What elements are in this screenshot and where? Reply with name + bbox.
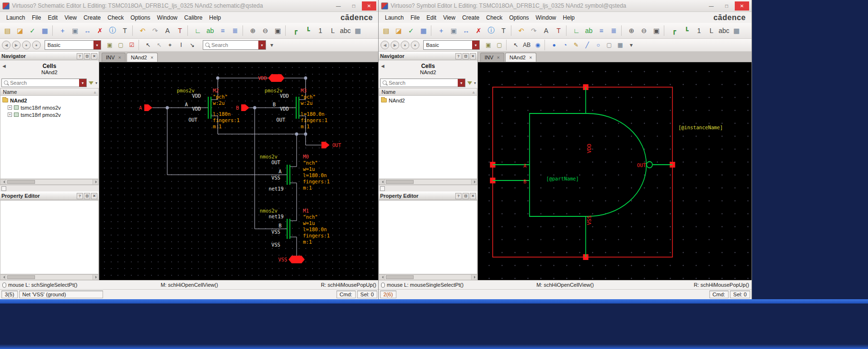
check-save-icon[interactable]: ✓ — [26, 25, 38, 37]
open-icon[interactable]: ◪ — [393, 25, 405, 37]
toolbar-separator[interactable] — [431, 25, 434, 36]
minimize-button[interactable]: — — [331, 1, 346, 11]
scroll-thumb[interactable] — [7, 275, 35, 279]
panel-help-icon[interactable]: ? — [77, 193, 83, 199]
ascend-icon[interactable]: L — [706, 25, 718, 37]
panel-close-icon[interactable]: ✕ — [470, 53, 476, 59]
navigator-search-input[interactable] — [389, 80, 457, 86]
navigator-hscrollbar[interactable] — [0, 179, 99, 185]
menu-item[interactable]: Check — [483, 13, 506, 23]
close-button[interactable]: ✕ — [735, 1, 749, 11]
tab[interactable]: INV ✕ — [480, 53, 504, 62]
m3-source[interactable]: VDD — [280, 93, 289, 99]
menu-item[interactable]: View — [440, 13, 459, 23]
m0-drain[interactable]: OUT — [271, 159, 280, 166]
layer-icon[interactable]: ▣ — [104, 40, 115, 50]
font-icon[interactable]: A — [540, 25, 552, 37]
sort-icon[interactable]: ▵ — [94, 90, 96, 94]
scroll-left-button[interactable] — [0, 180, 6, 184]
close-button[interactable]: ✕ — [362, 1, 376, 11]
info-icon[interactable]: ⓘ — [106, 25, 118, 37]
m0-width[interactable]: w=1u — [303, 166, 315, 172]
tab[interactable]: INV ✕ — [102, 53, 126, 62]
m2-model[interactable]: "pch" — [213, 94, 228, 100]
part-name-label[interactable]: [@partName] — [546, 176, 579, 182]
toolbar-separator[interactable] — [139, 40, 141, 50]
m2-source[interactable]: VDD — [192, 93, 201, 99]
minimize-button[interactable]: — — [704, 1, 718, 11]
stretch-cursor-icon[interactable]: ↘ — [187, 40, 197, 50]
tab[interactable]: NAnd2 ✕ — [127, 53, 158, 62]
zoom-in-icon[interactable]: ⊕ — [625, 25, 637, 37]
browser-icon[interactable]: ▦ — [352, 25, 364, 37]
vdd-net-label[interactable]: VDD — [258, 75, 267, 81]
search-input[interactable] — [211, 42, 257, 48]
align-icon[interactable]: ≡ — [595, 25, 607, 37]
property-editor-body[interactable] — [379, 200, 477, 274]
vss-net-label[interactable]: VSS — [278, 257, 287, 263]
m0-name[interactable]: M0 — [303, 154, 309, 160]
tree-item-nand2[interactable]: NAnd2 — [0, 97, 98, 104]
delete-icon[interactable]: ✗ — [473, 25, 485, 37]
zoom-out-icon[interactable]: ⊖ — [259, 25, 271, 37]
m2-length[interactable]: l:180n — [213, 111, 231, 117]
wire-name-icon[interactable]: ab — [583, 25, 595, 37]
undo-icon[interactable]: ↶ — [515, 25, 527, 37]
nand-gate-shape[interactable] — [493, 87, 672, 257]
copy-icon[interactable]: ▣ — [69, 25, 81, 37]
check-save-icon[interactable]: ✓ — [405, 25, 417, 37]
pin-a-label[interactable]: A — [523, 163, 527, 169]
panel-float-icon[interactable]: ⊡ — [463, 193, 469, 199]
tree-name-header[interactable]: Name ▵ — [379, 88, 477, 96]
next-view-icon[interactable]: ▶ — [12, 41, 21, 49]
m3-fingers[interactable]: fingers:1 — [301, 117, 327, 124]
m2-gate[interactable]: A — [185, 101, 188, 108]
symbol-labels[interactable]: A B OUT VDD VSS [@instanceName] [@partNa… — [523, 124, 723, 225]
filled-ellipse-icon[interactable]: ● — [549, 40, 559, 50]
zoom-out-icon[interactable]: ⊖ — [638, 25, 650, 37]
scroll-thumb[interactable] — [386, 275, 414, 279]
sheet-icon[interactable]: ▢ — [604, 40, 614, 50]
toolbar-separator[interactable] — [187, 25, 190, 36]
scroll-right-button[interactable] — [471, 180, 477, 184]
m0-gate[interactable]: A — [278, 169, 282, 175]
toolbar-separator[interactable] — [511, 25, 514, 36]
menu-item[interactable]: Window — [532, 13, 560, 23]
collapse-arrow-icon[interactable]: ◀ — [2, 64, 6, 68]
collapse-arrow-icon[interactable]: ◀ — [381, 64, 384, 68]
wire-icon[interactable]: ∟ — [570, 25, 582, 37]
tree-item-pmos[interactable]: + tsmc18rf pmos2v — [0, 111, 98, 118]
sort-icon[interactable]: ▵ — [473, 90, 475, 94]
m0-mult[interactable]: m:1 — [303, 185, 312, 191]
m3-width[interactable]: w:2u — [301, 100, 312, 106]
scroll-left-button[interactable] — [379, 180, 385, 184]
pin-out-label[interactable]: OUT — [637, 162, 646, 169]
table-icon[interactable]: ▦ — [615, 40, 625, 50]
m2-bulk[interactable]: VDD — [192, 106, 201, 112]
select-cursor-icon[interactable]: ↖ — [143, 40, 153, 50]
scroll-track[interactable] — [385, 180, 471, 184]
pin-a-label[interactable]: A — [139, 105, 142, 111]
menu-item[interactable]: File — [407, 13, 423, 23]
m0-fingers[interactable]: fingers:1 — [303, 179, 330, 185]
tab[interactable]: NAnd2 ✕ — [505, 53, 536, 62]
route-flight-icon[interactable]: ┗ — [681, 25, 693, 37]
menu-item[interactable]: Window — [154, 13, 181, 23]
menu-item[interactable]: Options — [127, 13, 153, 23]
move-icon[interactable]: + — [57, 25, 69, 37]
layer-alt-icon[interactable]: ▢ — [116, 40, 126, 50]
symbol-canvas[interactable]: A B OUT VDD VSS [@instanceName] [@partNa… — [478, 62, 752, 280]
property-editor-body[interactable] — [0, 200, 99, 274]
panel-help-icon[interactable]: ? — [455, 53, 462, 59]
panel-float-icon[interactable]: ⊡ — [84, 193, 90, 199]
property-editor-header[interactable]: Property Editor ? ⊡ ✕ — [0, 191, 99, 200]
maximize-button[interactable]: □ — [719, 1, 734, 11]
toolbar-overflow-icon[interactable]: ▾ — [266, 40, 277, 50]
m2-fingers[interactable]: fingers:1 — [213, 117, 240, 124]
select-cursor-icon[interactable]: ↖ — [510, 40, 521, 50]
titlebar[interactable]: Virtuoso? Symbol Editor L Editing: TSMC0… — [379, 0, 752, 12]
symbol-drawing[interactable]: A B OUT VDD VSS [@instanceName] [@partNa… — [478, 62, 752, 280]
navigator-header[interactable]: Navigator ? ⊡ ✕ — [0, 52, 99, 60]
m3-model[interactable]: "pch" — [301, 94, 315, 100]
align-icon[interactable]: ≡ — [217, 25, 229, 37]
